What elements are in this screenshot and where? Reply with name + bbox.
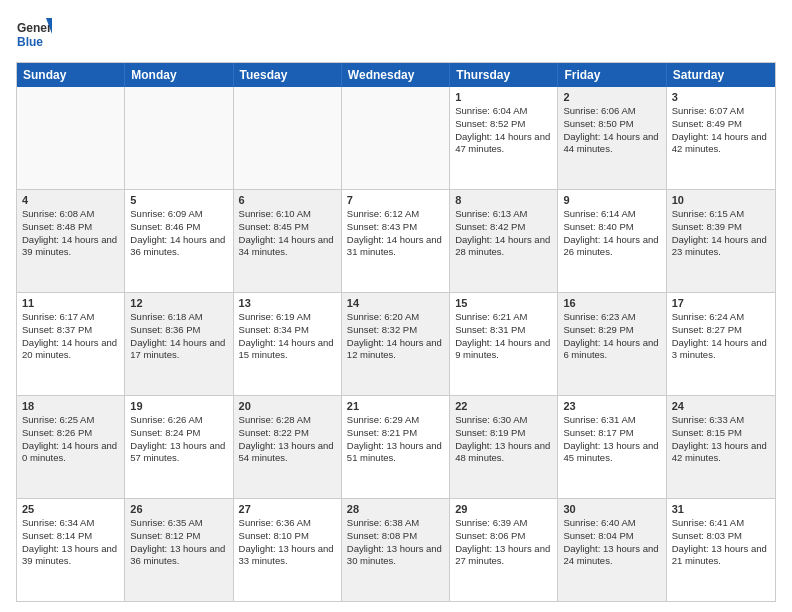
- day-number: 30: [563, 503, 660, 515]
- calendar-cell: 20Sunrise: 6:28 AM Sunset: 8:22 PM Dayli…: [234, 396, 342, 498]
- day-number: 23: [563, 400, 660, 412]
- calendar-cell: 1Sunrise: 6:04 AM Sunset: 8:52 PM Daylig…: [450, 87, 558, 189]
- cell-text: Sunrise: 6:10 AM Sunset: 8:45 PM Dayligh…: [239, 208, 336, 259]
- day-number: 26: [130, 503, 227, 515]
- calendar-cell: 13Sunrise: 6:19 AM Sunset: 8:34 PM Dayli…: [234, 293, 342, 395]
- day-number: 29: [455, 503, 552, 515]
- day-number: 5: [130, 194, 227, 206]
- logo-svg: General Blue: [16, 16, 52, 52]
- cell-text: Sunrise: 6:41 AM Sunset: 8:03 PM Dayligh…: [672, 517, 770, 568]
- cell-text: Sunrise: 6:39 AM Sunset: 8:06 PM Dayligh…: [455, 517, 552, 568]
- day-number: 21: [347, 400, 444, 412]
- logo: General Blue: [16, 16, 52, 52]
- calendar-header: SundayMondayTuesdayWednesdayThursdayFrid…: [17, 63, 775, 87]
- cell-text: Sunrise: 6:31 AM Sunset: 8:17 PM Dayligh…: [563, 414, 660, 465]
- cell-text: Sunrise: 6:15 AM Sunset: 8:39 PM Dayligh…: [672, 208, 770, 259]
- calendar-cell: 6Sunrise: 6:10 AM Sunset: 8:45 PM Daylig…: [234, 190, 342, 292]
- day-number: 18: [22, 400, 119, 412]
- calendar-cell: 21Sunrise: 6:29 AM Sunset: 8:21 PM Dayli…: [342, 396, 450, 498]
- cell-text: Sunrise: 6:17 AM Sunset: 8:37 PM Dayligh…: [22, 311, 119, 362]
- day-number: 10: [672, 194, 770, 206]
- calendar-cell: [234, 87, 342, 189]
- cell-text: Sunrise: 6:12 AM Sunset: 8:43 PM Dayligh…: [347, 208, 444, 259]
- calendar-cell: 14Sunrise: 6:20 AM Sunset: 8:32 PM Dayli…: [342, 293, 450, 395]
- calendar: SundayMondayTuesdayWednesdayThursdayFrid…: [16, 62, 776, 602]
- day-number: 12: [130, 297, 227, 309]
- calendar-header-cell: Monday: [125, 63, 233, 87]
- calendar-header-cell: Saturday: [667, 63, 775, 87]
- calendar-cell: 29Sunrise: 6:39 AM Sunset: 8:06 PM Dayli…: [450, 499, 558, 601]
- cell-text: Sunrise: 6:33 AM Sunset: 8:15 PM Dayligh…: [672, 414, 770, 465]
- day-number: 22: [455, 400, 552, 412]
- calendar-row: 4Sunrise: 6:08 AM Sunset: 8:48 PM Daylig…: [17, 189, 775, 292]
- svg-text:General: General: [17, 21, 52, 35]
- calendar-cell: 2Sunrise: 6:06 AM Sunset: 8:50 PM Daylig…: [558, 87, 666, 189]
- day-number: 3: [672, 91, 770, 103]
- cell-text: Sunrise: 6:24 AM Sunset: 8:27 PM Dayligh…: [672, 311, 770, 362]
- day-number: 4: [22, 194, 119, 206]
- cell-text: Sunrise: 6:34 AM Sunset: 8:14 PM Dayligh…: [22, 517, 119, 568]
- day-number: 31: [672, 503, 770, 515]
- day-number: 15: [455, 297, 552, 309]
- calendar-cell: 18Sunrise: 6:25 AM Sunset: 8:26 PM Dayli…: [17, 396, 125, 498]
- cell-text: Sunrise: 6:14 AM Sunset: 8:40 PM Dayligh…: [563, 208, 660, 259]
- calendar-cell: 3Sunrise: 6:07 AM Sunset: 8:49 PM Daylig…: [667, 87, 775, 189]
- day-number: 9: [563, 194, 660, 206]
- calendar-cell: 26Sunrise: 6:35 AM Sunset: 8:12 PM Dayli…: [125, 499, 233, 601]
- day-number: 13: [239, 297, 336, 309]
- day-number: 6: [239, 194, 336, 206]
- cell-text: Sunrise: 6:25 AM Sunset: 8:26 PM Dayligh…: [22, 414, 119, 465]
- calendar-body: 1Sunrise: 6:04 AM Sunset: 8:52 PM Daylig…: [17, 87, 775, 601]
- day-number: 17: [672, 297, 770, 309]
- calendar-header-cell: Friday: [558, 63, 666, 87]
- calendar-row: 18Sunrise: 6:25 AM Sunset: 8:26 PM Dayli…: [17, 395, 775, 498]
- day-number: 14: [347, 297, 444, 309]
- calendar-cell: [17, 87, 125, 189]
- calendar-cell: 17Sunrise: 6:24 AM Sunset: 8:27 PM Dayli…: [667, 293, 775, 395]
- calendar-row: 25Sunrise: 6:34 AM Sunset: 8:14 PM Dayli…: [17, 498, 775, 601]
- calendar-header-cell: Thursday: [450, 63, 558, 87]
- page: General Blue SundayMondayTuesdayWednesda…: [0, 0, 792, 612]
- calendar-cell: 4Sunrise: 6:08 AM Sunset: 8:48 PM Daylig…: [17, 190, 125, 292]
- cell-text: Sunrise: 6:20 AM Sunset: 8:32 PM Dayligh…: [347, 311, 444, 362]
- day-number: 27: [239, 503, 336, 515]
- cell-text: Sunrise: 6:07 AM Sunset: 8:49 PM Dayligh…: [672, 105, 770, 156]
- cell-text: Sunrise: 6:19 AM Sunset: 8:34 PM Dayligh…: [239, 311, 336, 362]
- cell-text: Sunrise: 6:23 AM Sunset: 8:29 PM Dayligh…: [563, 311, 660, 362]
- day-number: 16: [563, 297, 660, 309]
- calendar-cell: 24Sunrise: 6:33 AM Sunset: 8:15 PM Dayli…: [667, 396, 775, 498]
- day-number: 8: [455, 194, 552, 206]
- cell-text: Sunrise: 6:36 AM Sunset: 8:10 PM Dayligh…: [239, 517, 336, 568]
- cell-text: Sunrise: 6:09 AM Sunset: 8:46 PM Dayligh…: [130, 208, 227, 259]
- calendar-cell: 22Sunrise: 6:30 AM Sunset: 8:19 PM Dayli…: [450, 396, 558, 498]
- day-number: 25: [22, 503, 119, 515]
- day-number: 20: [239, 400, 336, 412]
- cell-text: Sunrise: 6:28 AM Sunset: 8:22 PM Dayligh…: [239, 414, 336, 465]
- calendar-cell: 12Sunrise: 6:18 AM Sunset: 8:36 PM Dayli…: [125, 293, 233, 395]
- day-number: 7: [347, 194, 444, 206]
- calendar-cell: 30Sunrise: 6:40 AM Sunset: 8:04 PM Dayli…: [558, 499, 666, 601]
- calendar-cell: 28Sunrise: 6:38 AM Sunset: 8:08 PM Dayli…: [342, 499, 450, 601]
- cell-text: Sunrise: 6:18 AM Sunset: 8:36 PM Dayligh…: [130, 311, 227, 362]
- calendar-cell: 25Sunrise: 6:34 AM Sunset: 8:14 PM Dayli…: [17, 499, 125, 601]
- calendar-cell: 10Sunrise: 6:15 AM Sunset: 8:39 PM Dayli…: [667, 190, 775, 292]
- cell-text: Sunrise: 6:38 AM Sunset: 8:08 PM Dayligh…: [347, 517, 444, 568]
- cell-text: Sunrise: 6:40 AM Sunset: 8:04 PM Dayligh…: [563, 517, 660, 568]
- calendar-header-cell: Sunday: [17, 63, 125, 87]
- calendar-header-cell: Tuesday: [234, 63, 342, 87]
- calendar-cell: 19Sunrise: 6:26 AM Sunset: 8:24 PM Dayli…: [125, 396, 233, 498]
- calendar-cell: [125, 87, 233, 189]
- header: General Blue: [16, 16, 776, 52]
- day-number: 19: [130, 400, 227, 412]
- cell-text: Sunrise: 6:13 AM Sunset: 8:42 PM Dayligh…: [455, 208, 552, 259]
- cell-text: Sunrise: 6:06 AM Sunset: 8:50 PM Dayligh…: [563, 105, 660, 156]
- day-number: 1: [455, 91, 552, 103]
- cell-text: Sunrise: 6:26 AM Sunset: 8:24 PM Dayligh…: [130, 414, 227, 465]
- cell-text: Sunrise: 6:04 AM Sunset: 8:52 PM Dayligh…: [455, 105, 552, 156]
- cell-text: Sunrise: 6:21 AM Sunset: 8:31 PM Dayligh…: [455, 311, 552, 362]
- calendar-header-cell: Wednesday: [342, 63, 450, 87]
- day-number: 28: [347, 503, 444, 515]
- day-number: 2: [563, 91, 660, 103]
- calendar-cell: 5Sunrise: 6:09 AM Sunset: 8:46 PM Daylig…: [125, 190, 233, 292]
- calendar-row: 1Sunrise: 6:04 AM Sunset: 8:52 PM Daylig…: [17, 87, 775, 189]
